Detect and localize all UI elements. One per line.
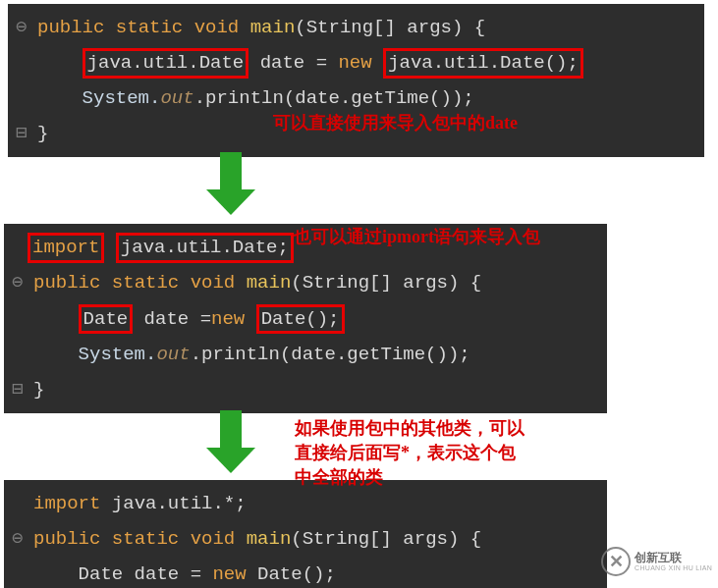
highlight-box: java.util.Date — [83, 48, 249, 79]
highlight-box: java.util.Date(); — [383, 48, 583, 79]
code-line: ⊖public static void main(String[] args) … — [8, 10, 704, 45]
code-line: Date date =new Date(); — [4, 301, 607, 337]
highlight-box: java.util.Date; — [116, 233, 294, 263]
code-block-3: import java.util.*; ⊖public static void … — [4, 480, 607, 588]
highlight-box: Date(); — [256, 304, 345, 335]
code-line: import java.util.*; — [4, 486, 607, 521]
highlight-box: Date — [79, 304, 134, 335]
logo-icon: ✕ — [601, 547, 631, 576]
code-line: Date date = new Date(); — [4, 557, 607, 588]
code-block-2: import java.util.Date; ⊖public static vo… — [4, 224, 607, 412]
watermark-main: 创新互联 — [635, 552, 712, 564]
annotation-3: 如果使用包中的其他类，可以 直接给后面写*，表示这个包 中全部的类 — [295, 416, 525, 491]
code-block-1: ⊖public static void main(String[] args) … — [8, 4, 704, 157]
code-line: java.util.Date date = new java.util.Date… — [8, 45, 704, 80]
annotation-1: 可以直接使用来导入包中的date — [273, 111, 518, 135]
highlight-box: import — [28, 233, 104, 263]
annotation-2: 也可以通过ipmort语句来导入包 — [294, 225, 540, 249]
watermark-logo: ✕ 创新互联 CHUANG XIN HU LIAN — [601, 547, 712, 576]
arrow-down-icon — [206, 152, 255, 215]
code-line: ⊖public static void main(String[] args) … — [4, 265, 607, 300]
code-line: ⊖public static void main(String[] args) … — [4, 521, 607, 557]
watermark-sub: CHUANG XIN HU LIAN — [635, 564, 712, 572]
arrow-down-icon — [206, 410, 255, 473]
code-line: ⊟} — [4, 372, 607, 407]
code-line: System.out.println(date.getTime()); — [4, 337, 607, 372]
